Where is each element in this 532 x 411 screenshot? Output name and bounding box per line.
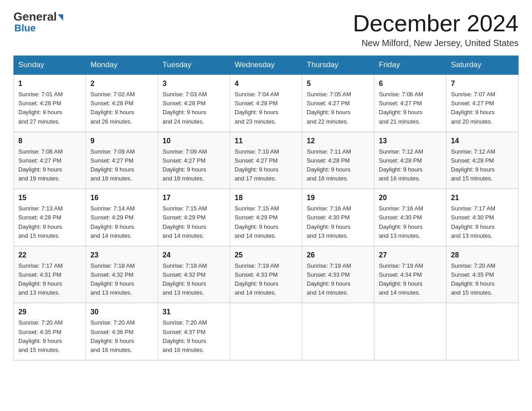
col-header-thursday: Thursday	[302, 56, 374, 75]
location-title: New Milford, New Jersey, United States	[353, 38, 519, 48]
logo: General Blue	[13, 11, 63, 34]
day-info: Sunrise: 7:18 AMSunset: 4:32 PMDaylight:…	[90, 261, 153, 298]
calendar-cell: 10Sunrise: 7:09 AMSunset: 4:27 PMDayligh…	[158, 132, 230, 189]
calendar-cell: 18Sunrise: 7:15 AMSunset: 4:29 PMDayligh…	[230, 189, 302, 246]
day-info: Sunrise: 7:17 AMSunset: 4:31 PMDaylight:…	[18, 261, 81, 298]
day-info: Sunrise: 7:12 AMSunset: 4:28 PMDaylight:…	[379, 147, 442, 184]
day-number: 23	[90, 250, 153, 261]
header-row: SundayMondayTuesdayWednesdayThursdayFrid…	[14, 56, 519, 75]
calendar-cell: 4Sunrise: 7:04 AMSunset: 4:28 PMDaylight…	[230, 74, 302, 132]
calendar-cell: 26Sunrise: 7:19 AMSunset: 4:33 PMDayligh…	[302, 246, 374, 303]
calendar-cell: 9Sunrise: 7:09 AMSunset: 4:27 PMDaylight…	[86, 132, 158, 189]
calendar-cell: 14Sunrise: 7:12 AMSunset: 4:28 PMDayligh…	[446, 132, 519, 189]
day-info: Sunrise: 7:07 AMSunset: 4:27 PMDaylight:…	[451, 90, 514, 126]
day-info: Sunrise: 7:04 AMSunset: 4:28 PMDaylight:…	[235, 90, 297, 126]
logo-general: General	[13, 11, 63, 22]
day-number: 29	[18, 307, 81, 317]
calendar-cell: 1Sunrise: 7:01 AMSunset: 4:28 PMDaylight…	[14, 74, 86, 132]
day-number: 13	[379, 136, 442, 146]
calendar-cell: 6Sunrise: 7:06 AMSunset: 4:27 PMDaylight…	[374, 74, 446, 132]
day-number: 12	[307, 136, 369, 146]
calendar-cell	[446, 303, 519, 360]
week-row-1: 1Sunrise: 7:01 AMSunset: 4:28 PMDaylight…	[14, 74, 519, 132]
calendar-cell: 21Sunrise: 7:17 AMSunset: 4:30 PMDayligh…	[446, 189, 519, 246]
calendar-cell: 11Sunrise: 7:10 AMSunset: 4:27 PMDayligh…	[230, 132, 302, 189]
day-number: 8	[18, 136, 81, 146]
calendar-body: 1Sunrise: 7:01 AMSunset: 4:28 PMDaylight…	[14, 74, 519, 360]
day-info: Sunrise: 7:03 AMSunset: 4:28 PMDaylight:…	[163, 90, 225, 126]
day-number: 15	[18, 193, 81, 203]
calendar-cell: 27Sunrise: 7:19 AMSunset: 4:34 PMDayligh…	[374, 246, 446, 303]
calendar-cell: 25Sunrise: 7:19 AMSunset: 4:33 PMDayligh…	[230, 246, 302, 303]
day-info: Sunrise: 7:16 AMSunset: 4:30 PMDaylight:…	[379, 204, 442, 240]
day-info: Sunrise: 7:19 AMSunset: 4:33 PMDaylight:…	[307, 261, 369, 298]
day-info: Sunrise: 7:08 AMSunset: 4:27 PMDaylight:…	[18, 147, 81, 184]
day-info: Sunrise: 7:15 AMSunset: 4:29 PMDaylight:…	[163, 204, 225, 240]
calendar-cell: 2Sunrise: 7:02 AMSunset: 4:28 PMDaylight…	[86, 74, 158, 132]
calendar-cell: 7Sunrise: 7:07 AMSunset: 4:27 PMDaylight…	[446, 74, 519, 132]
calendar-cell: 8Sunrise: 7:08 AMSunset: 4:27 PMDaylight…	[14, 132, 86, 189]
day-info: Sunrise: 7:01 AMSunset: 4:28 PMDaylight:…	[18, 90, 81, 126]
logo-blue: Blue	[14, 22, 36, 34]
day-info: Sunrise: 7:20 AMSunset: 4:37 PMDaylight:…	[163, 318, 225, 355]
logo-arrow-icon	[58, 14, 63, 21]
day-info: Sunrise: 7:10 AMSunset: 4:27 PMDaylight:…	[235, 147, 297, 184]
day-info: Sunrise: 7:20 AMSunset: 4:35 PMDaylight:…	[18, 318, 81, 355]
calendar-header: SundayMondayTuesdayWednesdayThursdayFrid…	[14, 56, 519, 75]
day-number: 27	[379, 250, 442, 261]
calendar-cell: 5Sunrise: 7:05 AMSunset: 4:27 PMDaylight…	[302, 74, 374, 132]
month-title: December 2024	[353, 11, 519, 36]
day-info: Sunrise: 7:18 AMSunset: 4:32 PMDaylight:…	[163, 261, 225, 298]
day-number: 21	[451, 193, 514, 203]
calendar-cell: 17Sunrise: 7:15 AMSunset: 4:29 PMDayligh…	[158, 189, 230, 246]
calendar-cell: 24Sunrise: 7:18 AMSunset: 4:32 PMDayligh…	[158, 246, 230, 303]
day-number: 2	[90, 78, 153, 89]
week-row-4: 22Sunrise: 7:17 AMSunset: 4:31 PMDayligh…	[14, 246, 519, 303]
day-number: 4	[235, 78, 297, 89]
day-info: Sunrise: 7:11 AMSunset: 4:28 PMDaylight:…	[307, 147, 369, 184]
day-number: 14	[451, 136, 514, 146]
day-info: Sunrise: 7:02 AMSunset: 4:28 PMDaylight:…	[90, 90, 153, 126]
calendar-cell: 30Sunrise: 7:20 AMSunset: 4:36 PMDayligh…	[86, 303, 158, 360]
day-number: 1	[18, 78, 81, 89]
calendar-cell: 13Sunrise: 7:12 AMSunset: 4:28 PMDayligh…	[374, 132, 446, 189]
col-header-sunday: Sunday	[14, 56, 86, 75]
day-info: Sunrise: 7:20 AMSunset: 4:36 PMDaylight:…	[90, 318, 153, 355]
week-row-3: 15Sunrise: 7:13 AMSunset: 4:28 PMDayligh…	[14, 189, 519, 246]
day-number: 18	[235, 193, 297, 203]
day-info: Sunrise: 7:14 AMSunset: 4:29 PMDaylight:…	[90, 204, 153, 240]
day-number: 10	[163, 136, 225, 146]
calendar-cell: 16Sunrise: 7:14 AMSunset: 4:29 PMDayligh…	[86, 189, 158, 246]
calendar-cell: 19Sunrise: 7:16 AMSunset: 4:30 PMDayligh…	[302, 189, 374, 246]
day-info: Sunrise: 7:16 AMSunset: 4:30 PMDaylight:…	[307, 204, 369, 240]
day-info: Sunrise: 7:15 AMSunset: 4:29 PMDaylight:…	[235, 204, 297, 240]
calendar-cell: 15Sunrise: 7:13 AMSunset: 4:28 PMDayligh…	[14, 189, 86, 246]
calendar-cell: 12Sunrise: 7:11 AMSunset: 4:28 PMDayligh…	[302, 132, 374, 189]
day-number: 19	[307, 193, 369, 203]
day-info: Sunrise: 7:09 AMSunset: 4:27 PMDaylight:…	[90, 147, 153, 184]
calendar-table: SundayMondayTuesdayWednesdayThursdayFrid…	[13, 56, 519, 360]
day-number: 6	[379, 78, 442, 89]
day-info: Sunrise: 7:12 AMSunset: 4:28 PMDaylight:…	[451, 147, 514, 184]
calendar-cell: 22Sunrise: 7:17 AMSunset: 4:31 PMDayligh…	[14, 246, 86, 303]
day-info: Sunrise: 7:17 AMSunset: 4:30 PMDaylight:…	[451, 204, 514, 240]
day-number: 25	[235, 250, 297, 261]
page-header: General Blue December 2024 New Milford, …	[13, 11, 519, 48]
day-number: 31	[163, 307, 225, 317]
week-row-2: 8Sunrise: 7:08 AMSunset: 4:27 PMDaylight…	[14, 132, 519, 189]
col-header-saturday: Saturday	[446, 56, 519, 75]
week-row-5: 29Sunrise: 7:20 AMSunset: 4:35 PMDayligh…	[14, 303, 519, 360]
day-info: Sunrise: 7:05 AMSunset: 4:27 PMDaylight:…	[307, 90, 369, 126]
day-number: 30	[90, 307, 153, 317]
day-number: 11	[235, 136, 297, 146]
col-header-monday: Monday	[86, 56, 158, 75]
calendar-cell	[374, 303, 446, 360]
day-number: 24	[163, 250, 225, 261]
calendar-cell	[302, 303, 374, 360]
title-area: December 2024 New Milford, New Jersey, U…	[353, 11, 519, 48]
day-info: Sunrise: 7:06 AMSunset: 4:27 PMDaylight:…	[379, 90, 442, 126]
col-header-friday: Friday	[374, 56, 446, 75]
calendar-cell: 28Sunrise: 7:20 AMSunset: 4:35 PMDayligh…	[446, 246, 519, 303]
day-number: 20	[379, 193, 442, 203]
day-number: 22	[18, 250, 81, 261]
